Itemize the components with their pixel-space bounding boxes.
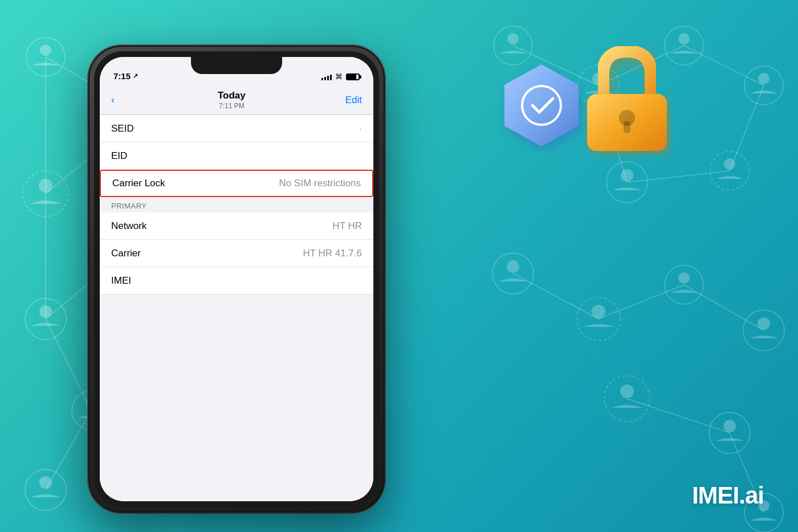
svg-line-9 — [46, 410, 91, 490]
svg-point-24 — [39, 179, 52, 193]
svg-point-42 — [758, 73, 769, 84]
settings-list-top: SEID › EID Carrier Lock No SIM restricti… — [100, 115, 373, 197]
svg-line-15 — [730, 85, 764, 171]
svg-point-56 — [620, 384, 634, 398]
status-icons: ⌘ — [321, 72, 360, 81]
svg-rect-65 — [624, 121, 630, 133]
phone-chassis: 7:15 ↗ ⌘ — [88, 46, 385, 513]
padlock-icon — [570, 31, 673, 157]
seid-row[interactable]: SEID › — [100, 115, 373, 142]
eid-row: EID — [100, 142, 373, 170]
svg-line-16 — [513, 273, 598, 319]
network-label: Network — [111, 220, 332, 232]
network-row: Network HT HR — [100, 212, 373, 240]
primary-settings-list: Network HT HR Carrier HT HR 41.7.6 IMEI — [100, 212, 373, 294]
carrier-lock-label: Carrier Lock — [112, 178, 279, 189]
brand-name: IMEI.ai — [692, 482, 764, 509]
nav-subtitle-text: 7:11 PM — [118, 102, 345, 110]
nav-title-container: Today 7:11 PM — [118, 90, 345, 109]
edit-button[interactable]: Edit — [345, 95, 362, 106]
phone-inner: 7:15 ↗ ⌘ — [94, 51, 379, 507]
battery-icon — [346, 73, 360, 80]
brand-logo: IMEI.ai — [692, 482, 764, 509]
carrier-lock-row: Carrier Lock No SIM restrictions — [100, 170, 373, 197]
svg-point-46 — [724, 158, 735, 170]
svg-point-40 — [678, 33, 690, 44]
phone-notch — [191, 57, 282, 74]
battery-fill — [347, 75, 356, 79]
svg-line-19 — [627, 399, 730, 433]
seid-label: SEID — [111, 123, 356, 134]
status-time: 7:15 ↗ — [113, 71, 138, 81]
signal-bar-4 — [330, 75, 332, 80]
carrier-lock-value: No SIM restrictions — [279, 178, 361, 189]
seid-chevron: › — [359, 124, 362, 133]
svg-line-17 — [598, 285, 684, 319]
signal-bar-3 — [327, 76, 329, 80]
phone-device: 7:15 ↗ ⌘ — [88, 46, 385, 513]
carrier-value: HT HR 41.7.6 — [303, 248, 362, 259]
wifi-icon: ⌘ — [335, 72, 343, 81]
imei-label: IMEI — [111, 275, 362, 287]
svg-point-54 — [758, 317, 770, 330]
back-button[interactable]: ‹ — [111, 94, 115, 106]
svg-line-12 — [684, 46, 764, 85]
svg-line-8 — [46, 319, 91, 410]
svg-point-58 — [723, 420, 736, 432]
svg-point-52 — [678, 272, 690, 284]
floating-icons-container — [479, 31, 673, 202]
signal-bar-2 — [324, 77, 326, 80]
carrier-label: Carrier — [111, 248, 303, 259]
navigation-bar: ‹ Today 7:11 PM Edit — [100, 85, 373, 115]
carrier-row: Carrier HT HR 41.7.6 — [100, 240, 373, 267]
network-value: HT HR — [332, 220, 362, 232]
imei-row: IMEI — [100, 267, 373, 294]
time-display: 7:15 — [113, 71, 131, 81]
signal-bars-icon — [321, 73, 332, 80]
svg-point-50 — [592, 305, 605, 318]
eid-label: EID — [111, 150, 362, 162]
svg-line-18 — [684, 285, 764, 330]
nav-title-text: Today — [118, 90, 345, 101]
phone-screen: 7:15 ↗ ⌘ — [100, 57, 373, 501]
svg-point-30 — [39, 476, 52, 489]
signal-bar-1 — [321, 78, 323, 80]
location-icon: ↗ — [133, 72, 138, 80]
svg-point-26 — [39, 305, 52, 318]
svg-point-48 — [507, 260, 519, 273]
primary-section-header: PRIMARY — [100, 197, 373, 212]
svg-marker-61 — [504, 64, 579, 146]
svg-point-22 — [40, 44, 51, 56]
settings-content: SEID › EID Carrier Lock No SIM restricti… — [100, 115, 373, 501]
